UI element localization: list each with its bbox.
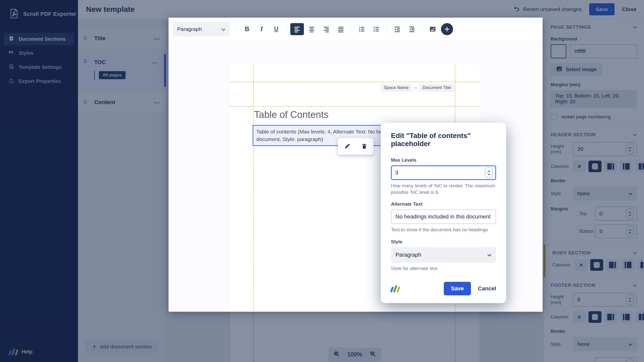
paragraph-style-select[interactable]: Paragraph <box>173 22 230 36</box>
space-name-chip[interactable]: Space Name <box>381 84 412 92</box>
placeholder-action-bar <box>338 138 374 155</box>
style-label: Style <box>391 239 496 245</box>
toc-heading[interactable]: Table of Contents <box>254 109 329 120</box>
modal-cancel-button[interactable]: Cancel <box>478 285 496 292</box>
ordered-list-icon: 123 <box>358 26 365 32</box>
toolbar-divider <box>351 23 351 35</box>
modal-title: Edit "Table of contents" placeholder <box>391 132 496 148</box>
italic-icon: I <box>260 25 263 33</box>
header-top-guide <box>230 82 479 82</box>
align-left-icon <box>294 26 300 32</box>
insert-image-button[interactable] <box>426 23 439 35</box>
underline-button[interactable]: U <box>269 23 283 35</box>
modal-save-button[interactable]: Save <box>444 282 471 295</box>
bullet-list-button[interactable] <box>370 23 383 35</box>
max-levels-field <box>391 165 496 180</box>
left-margin-guide <box>253 65 254 312</box>
style-help: Style for alternate text <box>391 265 496 272</box>
edit-placeholder-button[interactable] <box>340 140 355 153</box>
paragraph-style-value: Paragraph <box>177 26 202 32</box>
plus-icon <box>444 26 450 32</box>
justify-icon <box>338 26 344 32</box>
style-select[interactable]: Paragraph <box>391 247 496 263</box>
svg-text:3: 3 <box>359 30 360 32</box>
outdent-button[interactable] <box>405 23 419 35</box>
alternate-text-label: Alternate Text <box>391 201 496 207</box>
max-levels-help: How many levels of ToC to render. The ma… <box>391 183 496 195</box>
modal-footer: Save Cancel <box>391 282 496 295</box>
document-title-chip[interactable]: Document Title <box>419 84 454 92</box>
toolbar-divider <box>287 23 287 35</box>
toolbar-divider <box>422 23 422 35</box>
chevron-down-icon <box>487 252 492 258</box>
max-levels-input[interactable] <box>392 166 495 179</box>
edit-placeholder-modal: Edit "Table of contents" placeholder Max… <box>381 122 506 303</box>
align-center-icon <box>308 26 315 32</box>
toolbar-divider <box>387 23 387 35</box>
delete-placeholder-button[interactable] <box>357 140 372 153</box>
align-left-button[interactable] <box>290 23 304 35</box>
alternate-text-field <box>391 209 496 224</box>
k15t-logo-icon <box>391 285 399 292</box>
outdent-icon <box>409 26 415 32</box>
bullet-list-icon <box>373 26 380 32</box>
toolbar-divider <box>236 23 237 35</box>
align-center-button[interactable] <box>305 23 318 35</box>
chevron-down-icon <box>221 26 225 32</box>
chip-separator: – <box>414 85 417 90</box>
alternate-text-input[interactable] <box>391 210 496 223</box>
underline-icon: U <box>274 26 278 32</box>
italic-button[interactable]: I <box>255 23 268 35</box>
insert-placeholder-button[interactable] <box>441 23 453 35</box>
trash-icon <box>361 143 367 149</box>
image-icon <box>429 26 436 32</box>
style-select-value: Paragraph <box>395 252 421 258</box>
bold-button[interactable]: B <box>240 23 254 35</box>
alternate-text-help: Text to show if the document has no head… <box>391 227 496 233</box>
indent-icon <box>394 26 400 32</box>
stepper-icon[interactable] <box>485 167 493 178</box>
bold-icon: B <box>245 25 249 33</box>
pencil-icon <box>344 143 350 149</box>
align-right-button[interactable] <box>319 23 333 35</box>
indent-button[interactable] <box>390 23 404 35</box>
editor-toolbar: Paragraph B I U 123 <box>169 18 543 41</box>
ordered-list-button[interactable]: 123 <box>355 23 369 35</box>
page-header-placeholders: Space Name – Document Title <box>381 84 454 92</box>
max-levels-label: Max Levels <box>391 157 496 163</box>
header-bottom-guide <box>230 106 479 107</box>
justify-button[interactable] <box>334 23 348 35</box>
align-right-icon <box>323 26 330 32</box>
